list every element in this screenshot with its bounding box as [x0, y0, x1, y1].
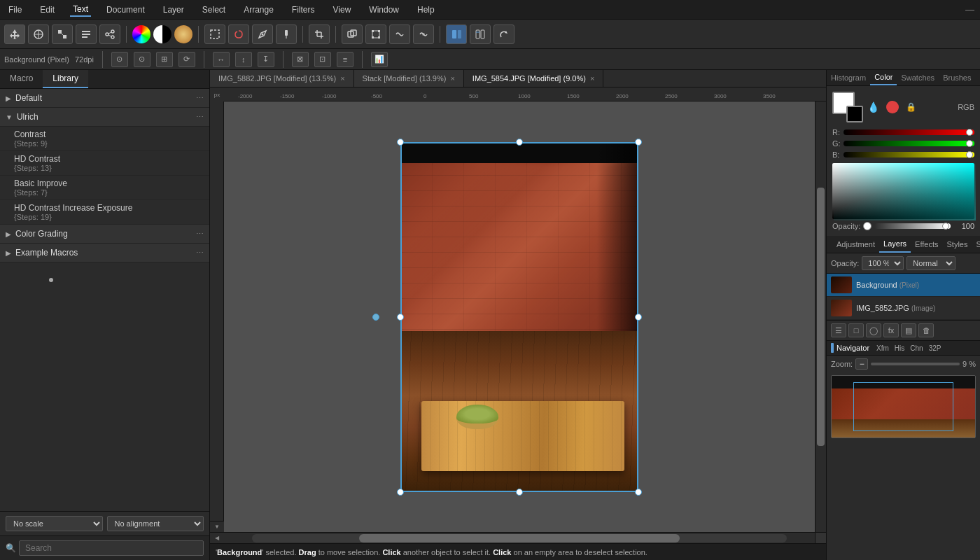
new-group-btn[interactable]: ◯ [866, 323, 881, 337]
slider-r-track[interactable] [844, 130, 974, 135]
tab-st[interactable]: St... [972, 237, 980, 252]
sec-btn-chart[interactable]: 📊 [371, 52, 388, 67]
tab-layers[interactable]: Layers [879, 236, 911, 253]
nav-tab-xfm[interactable]: Xfm [876, 344, 889, 352]
handle-mr[interactable] [635, 314, 642, 321]
menu-edit[interactable]: Edit [37, 4, 57, 16]
search-input[interactable] [19, 540, 204, 556]
menu-file[interactable]: File [6, 4, 24, 16]
scrollbar-h-thumb[interactable] [359, 534, 680, 542]
rotate-view-tool[interactable] [493, 24, 514, 44]
lasso-tool[interactable] [228, 24, 249, 44]
warp-tool[interactable] [389, 24, 410, 44]
doc-tab-3[interactable]: IMG_5854.JPG [Modified] (9.0%) × [464, 70, 603, 87]
handle-tr[interactable] [635, 139, 642, 146]
zoom-thumb[interactable] [49, 278, 53, 282]
group-default[interactable]: ▶ Default ⋯ [0, 89, 209, 108]
scroll-left-btn[interactable]: ◀ [210, 532, 224, 543]
alignment-select[interactable]: No alignment [107, 516, 204, 531]
background-color[interactable] [846, 106, 863, 122]
layer-background[interactable]: Background (Pixel) [827, 274, 980, 297]
tab-styles[interactable]: Styles [943, 237, 972, 252]
group-color-grading-menu[interactable]: ⋯ [196, 230, 204, 239]
zoom-out-btn[interactable]: − [855, 358, 868, 370]
slider-g-thumb[interactable] [966, 140, 973, 147]
share-tool[interactable] [99, 24, 120, 44]
delete-layer-btn[interactable]: 🗑 [918, 323, 934, 337]
handle-ml[interactable] [397, 314, 404, 321]
scroll-down-btn[interactable]: ▼ [210, 521, 224, 532]
tab-macro[interactable]: Macro [0, 70, 43, 88]
sec-btn-8[interactable]: ⊠ [292, 52, 309, 67]
doc-tab-2[interactable]: Stack [Modified] (13.9%) × [354, 70, 464, 87]
sec-btn-9[interactable]: ⊡ [314, 52, 331, 67]
doc-tab-3-close[interactable]: × [590, 74, 594, 83]
menu-layer[interactable]: Layer [160, 4, 187, 16]
nav-tab-his[interactable]: His [895, 344, 904, 352]
nav-tab-chn[interactable]: Chn [910, 344, 923, 352]
opacity-thumb[interactable] [942, 223, 949, 230]
doc-tab-1[interactable]: IMG_5882.JPG [Modified] (13.5%) × [210, 70, 354, 87]
tab-adjustment[interactable]: Adjustment [832, 237, 879, 252]
handle-br[interactable] [635, 489, 642, 496]
tab-brushes[interactable]: Brushes [939, 71, 975, 85]
crop-tool[interactable] [309, 24, 330, 44]
new-layer-btn[interactable]: □ [848, 323, 864, 337]
menu-arrange[interactable]: Arrange [241, 4, 276, 16]
minimize-button[interactable]: — [965, 4, 974, 15]
handle-bl[interactable] [397, 489, 404, 496]
group-example-macros[interactable]: ▶ Example Macros ⋯ [0, 244, 209, 262]
slider-b-thumb[interactable] [966, 151, 973, 158]
blend-tool[interactable] [413, 24, 434, 44]
tab-color[interactable]: Color [870, 70, 897, 85]
group-ulrich[interactable]: ▼ Ulrich ⋯ [0, 108, 209, 127]
sec-btn-7[interactable]: ↧ [258, 52, 274, 67]
select-tool[interactable] [28, 24, 49, 44]
doc-tab-2-close[interactable]: × [450, 74, 454, 83]
group-example-macros-menu[interactable]: ⋯ [196, 248, 204, 258]
nav-tab-32p[interactable]: 32P [929, 344, 941, 352]
color-indicator[interactable] [886, 101, 899, 113]
color-gradient-picker[interactable] [832, 163, 974, 219]
sec-btn-2[interactable]: ⊙ [134, 52, 150, 67]
lock-icon[interactable]: 🔒 [906, 102, 916, 112]
sec-btn-6[interactable]: ↕ [235, 52, 252, 67]
scrollbar-vertical[interactable] [815, 102, 826, 532]
tab-effects[interactable]: Effects [911, 237, 942, 252]
transform-tool[interactable] [365, 24, 386, 44]
handle-tc[interactable] [516, 139, 523, 146]
group-color-grading[interactable]: ▶ Color Grading ⋯ [0, 225, 209, 244]
group-default-menu[interactable]: ⋯ [196, 94, 204, 103]
layer-image[interactable]: IMG_5852.JPG (Image) [827, 297, 980, 320]
hdr-tool[interactable] [153, 25, 172, 43]
history-tool[interactable] [76, 24, 97, 44]
sec-btn-1[interactable]: ⊙ [111, 52, 128, 67]
rect-select-tool[interactable] [204, 24, 225, 44]
slider-g-track[interactable] [844, 141, 974, 146]
node-tool[interactable] [52, 24, 73, 44]
menu-view[interactable]: View [330, 4, 354, 16]
move-tool[interactable] [4, 24, 25, 44]
menu-text[interactable]: Text [70, 3, 91, 17]
sec-btn-3[interactable]: ⊞ [156, 52, 173, 67]
handle-bc[interactable] [516, 489, 523, 496]
sec-btn-4[interactable]: ⟳ [178, 52, 195, 67]
macro-basic-improve[interactable]: Basic Improve {Steps: 7} [0, 176, 209, 200]
mask-btn[interactable]: ▤ [901, 323, 916, 337]
paint-tool[interactable] [276, 24, 297, 44]
macro-hd-contrast[interactable]: HD Contrast {Steps: 13} [0, 151, 209, 176]
slider-r-thumb[interactable] [966, 129, 973, 136]
lens-tool[interactable] [174, 25, 192, 43]
zoom-slider[interactable] [871, 363, 960, 365]
clone-tool[interactable] [342, 24, 363, 44]
scrollbar-horizontal[interactable] [224, 532, 815, 543]
opacity-slider[interactable] [874, 223, 951, 229]
layer-mode-select[interactable]: Normal [906, 256, 955, 270]
handle-ml-ext[interactable] [372, 314, 379, 321]
menu-help[interactable]: Help [414, 4, 438, 16]
canvas-content[interactable] [224, 102, 815, 532]
menu-window[interactable]: Window [366, 4, 402, 16]
layer-opacity-select[interactable]: 100 % [862, 256, 904, 270]
color-wheel-tool[interactable] [132, 25, 150, 43]
view-tool[interactable] [446, 24, 467, 44]
